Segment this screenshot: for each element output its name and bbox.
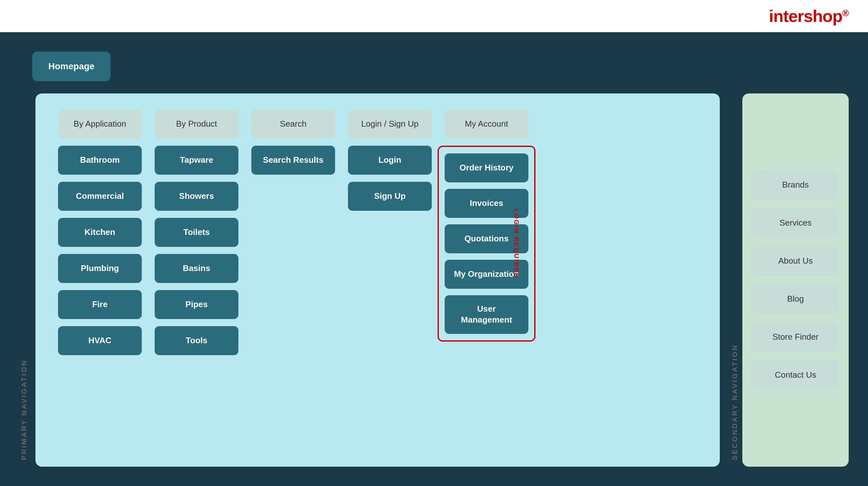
primary-nav-label: PRIMARY NAVIGATION	[20, 155, 28, 460]
by-application-header[interactable]: By Application	[58, 110, 142, 139]
by-product-header[interactable]: By Product	[155, 110, 239, 139]
pipes-btn[interactable]: Pipes	[155, 290, 239, 319]
search-column: Search Search Results	[248, 110, 338, 451]
search-header[interactable]: Search	[251, 110, 335, 139]
main-container: Homepage PRIMARY NAVIGATION By Applicati…	[0, 32, 868, 486]
login-btn[interactable]: Login	[348, 146, 432, 175]
brands-btn[interactable]: Brands	[752, 171, 839, 200]
contact-us-btn[interactable]: Contact Us	[752, 361, 839, 390]
order-history-btn[interactable]: Order History	[445, 153, 528, 182]
commercial-btn[interactable]: Commercial	[58, 182, 142, 211]
primary-nav-panel: By Application Bathroom Commercial Kitch…	[35, 93, 720, 467]
logo-registered: ®	[842, 8, 849, 18]
user-management-btn[interactable]: User Management	[445, 295, 528, 334]
about-us-btn[interactable]: About Us	[752, 247, 839, 276]
tools-btn[interactable]: Tools	[155, 326, 239, 355]
login-signup-column: Login / Sign Up Login Sign Up	[345, 110, 435, 451]
blog-btn[interactable]: Blog	[752, 284, 839, 313]
bathroom-btn[interactable]: Bathroom	[58, 146, 142, 175]
plumbing-btn[interactable]: Plumbing	[58, 254, 142, 283]
by-application-column: By Application Bathroom Commercial Kitch…	[55, 110, 145, 451]
login-signup-header[interactable]: Login / Sign Up	[348, 110, 432, 139]
store-finder-btn[interactable]: Store Finder	[752, 323, 839, 352]
basins-btn[interactable]: Basins	[155, 254, 239, 283]
logo: intershop®	[769, 6, 849, 26]
kitchen-btn[interactable]: Kitchen	[58, 218, 142, 247]
toilets-btn[interactable]: Toilets	[155, 218, 239, 247]
header: intershop®	[0, 0, 868, 32]
secondary-nav-label: SECONDARY NAVIGATION	[731, 155, 739, 460]
showers-btn[interactable]: Showers	[155, 182, 239, 211]
login-required-label: LOGIN REQUIRED	[512, 209, 520, 278]
my-account-column: My Account LOGIN REQUIRED Order History …	[441, 110, 532, 451]
login-required-box: LOGIN REQUIRED Order History Invoices Qu…	[438, 146, 535, 342]
services-btn[interactable]: Services	[752, 209, 839, 238]
secondary-nav-panel: Brands Services About Us Blog Store Find…	[742, 93, 849, 467]
logo-text: intershop	[769, 7, 842, 26]
fire-btn[interactable]: Fire	[58, 290, 142, 319]
my-account-header[interactable]: My Account	[445, 110, 528, 139]
hvac-btn[interactable]: HVAC	[58, 326, 142, 355]
homepage-button[interactable]: Homepage	[32, 52, 111, 81]
by-product-column: By Product Tapware Showers Toilets Basin…	[151, 110, 242, 451]
tapware-btn[interactable]: Tapware	[155, 146, 239, 175]
search-results-btn[interactable]: Search Results	[251, 146, 335, 175]
signup-btn[interactable]: Sign Up	[348, 182, 432, 211]
